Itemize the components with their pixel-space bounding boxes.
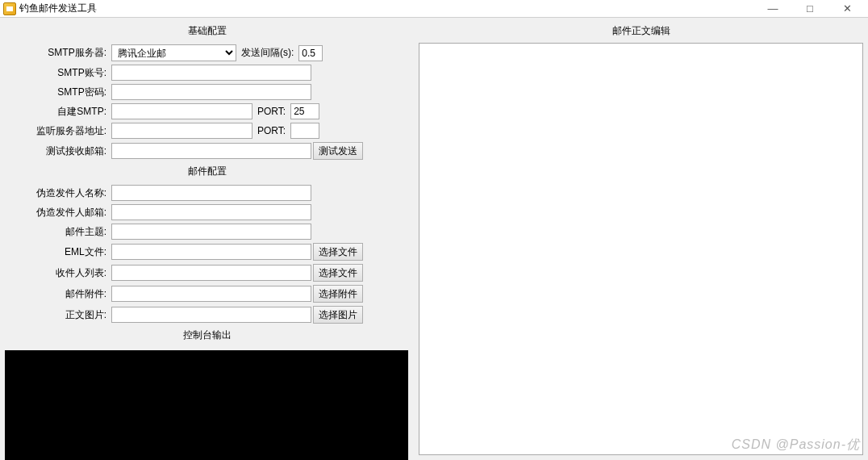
body-image-choose-button[interactable]: 选择图片: [313, 306, 363, 324]
editor-heading: 邮件正文编辑: [419, 21, 863, 43]
attachment-input[interactable]: [111, 286, 311, 302]
listen-addr-label: 监听服务器地址:: [5, 124, 110, 138]
mail-config-heading: 邮件配置: [0, 161, 414, 183]
eml-label: EML文件:: [5, 245, 110, 259]
smtp-account-input[interactable]: [111, 65, 311, 81]
test-send-button[interactable]: 测试发送: [313, 142, 363, 160]
left-panel: 基础配置 SMTP服务器: 腾讯企业邮 发送间隔(s): SMTP账号: SMT…: [0, 18, 414, 460]
right-panel: 邮件正文编辑: [414, 18, 868, 460]
custom-port-label: PORT:: [254, 106, 289, 117]
smtp-account-label: SMTP账号:: [5, 66, 110, 80]
attachment-label: 邮件附件:: [5, 287, 110, 301]
app-icon: [3, 2, 16, 15]
custom-smtp-label: 自建SMTP:: [5, 105, 110, 119]
console-output: [5, 350, 408, 460]
listen-port-input[interactable]: [290, 123, 319, 139]
test-recv-input[interactable]: [111, 143, 311, 159]
interval-input[interactable]: [298, 45, 323, 61]
eml-input[interactable]: [111, 244, 311, 260]
fake-email-input[interactable]: [111, 204, 311, 220]
recipients-choose-button[interactable]: 选择文件: [313, 264, 363, 282]
console-heading: 控制台输出: [0, 325, 414, 347]
window-title: 钓鱼邮件发送工具: [19, 2, 97, 15]
fake-email-label: 伪造发件人邮箱:: [5, 206, 110, 220]
body-image-label: 正文图片:: [5, 308, 110, 322]
maximize-button[interactable]: □: [799, 2, 821, 15]
subject-label: 邮件主题:: [5, 225, 110, 239]
smtp-server-select[interactable]: 腾讯企业邮: [111, 44, 236, 61]
smtp-password-label: SMTP密码:: [5, 86, 110, 99]
close-button[interactable]: ✕: [836, 2, 858, 15]
body-image-input[interactable]: [111, 307, 311, 323]
window-titlebar: 钓鱼邮件发送工具 — □ ✕: [0, 0, 868, 18]
subject-input[interactable]: [111, 224, 311, 240]
recipients-label: 收件人列表:: [5, 266, 110, 280]
custom-port-input[interactable]: [290, 103, 319, 119]
mail-body-editor[interactable]: [419, 43, 863, 455]
attachment-choose-button[interactable]: 选择附件: [313, 285, 363, 303]
recipients-input[interactable]: [111, 265, 311, 281]
fake-name-input[interactable]: [111, 185, 311, 201]
custom-smtp-input[interactable]: [111, 103, 252, 119]
basic-config-heading: 基础配置: [0, 21, 414, 43]
listen-addr-input[interactable]: [111, 123, 252, 139]
smtp-server-label: SMTP服务器:: [5, 46, 110, 60]
smtp-password-input[interactable]: [111, 84, 311, 100]
eml-choose-button[interactable]: 选择文件: [313, 243, 363, 261]
fake-name-label: 伪造发件人名称:: [5, 186, 110, 200]
test-recv-label: 测试接收邮箱:: [5, 144, 110, 158]
minimize-button[interactable]: —: [762, 2, 784, 15]
interval-label: 发送间隔(s):: [238, 46, 297, 60]
listen-port-label: PORT:: [254, 125, 289, 136]
